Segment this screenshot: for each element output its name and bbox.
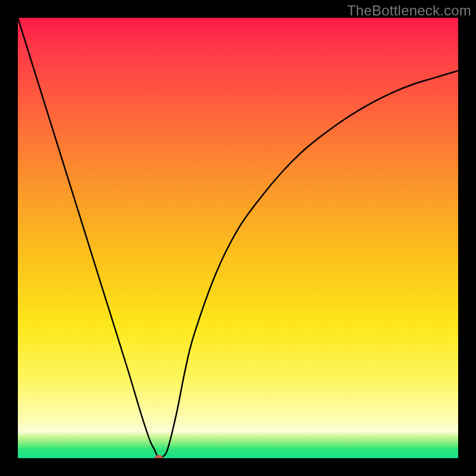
minimum-marker [155,455,163,459]
chart-frame: TheBottleneck.com [0,0,476,476]
watermark-text: TheBottleneck.com [347,2,471,19]
bottleneck-curve [18,18,458,458]
plot-area [18,18,458,458]
